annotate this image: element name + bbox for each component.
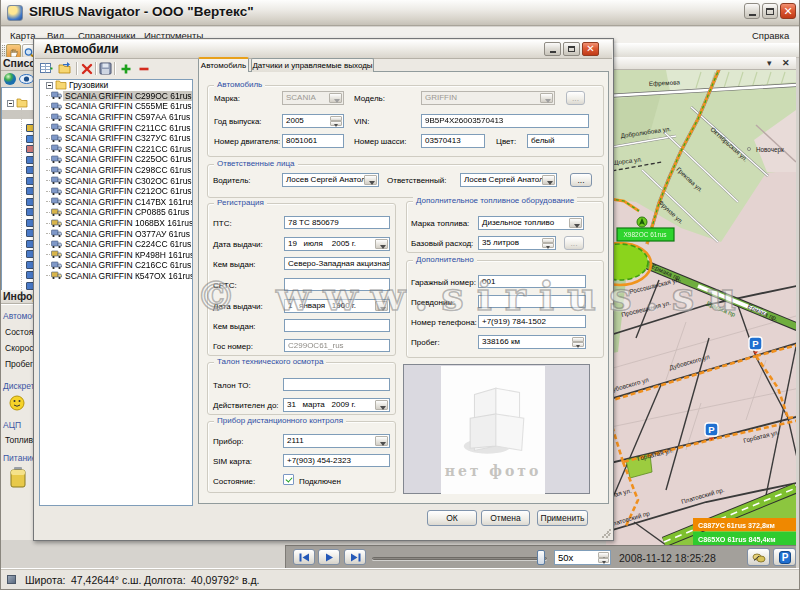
valid-until-combo[interactable]: 31 марта 2009 г. <box>283 398 390 412</box>
vin-field[interactable]: 9B5P4X26003570413 <box>421 114 589 128</box>
garage-field[interactable]: 001 <box>478 275 586 288</box>
dialog-close-button[interactable]: ✕ <box>582 42 599 56</box>
tree-item-vehicle[interactable]: SCANIA GRIFFIN С302ОС 61rus <box>40 175 192 186</box>
issue-date-combo[interactable]: 19 июля 2005 г. <box>284 237 390 251</box>
chevron-down-icon[interactable] <box>375 400 388 410</box>
sidebar-tree-root[interactable] <box>4 98 30 108</box>
tree-item-vehicle[interactable]: SCANIA GRIFFIN 1068ВХ 161rus <box>40 218 192 229</box>
plus-icon[interactable] <box>118 61 133 76</box>
fuel-combo[interactable]: Дизельное топливо <box>478 216 584 230</box>
device-combo[interactable]: 2111 <box>283 434 390 448</box>
tree-item-vehicle[interactable]: SCANIA GRIFFIN КР498Н 161rus <box>40 250 192 261</box>
sim-field[interactable]: +7(903) 454-2323 <box>283 454 390 467</box>
connected-checkbox[interactable] <box>283 474 294 485</box>
responsible-combo[interactable]: Лосев Сергей Анатоль <box>460 173 557 187</box>
issue-date2-combo[interactable]: 1 января 1900 г. <box>284 299 390 313</box>
tree-item-vehicle[interactable]: SCANIA GRIFFIN К547ОХ 161rus <box>40 271 192 282</box>
apply-button[interactable]: Применить <box>537 510 588 526</box>
spinner-arrows[interactable] <box>330 116 342 126</box>
collapse-box-icon[interactable] <box>46 82 53 89</box>
tree-item-vehicle[interactable]: SCANIA GRIFFIN С225ОС 61rus <box>40 154 192 165</box>
color-field[interactable]: белый <box>527 134 589 148</box>
close-icon[interactable]: ✕ <box>782 58 790 69</box>
skip-back-button[interactable] <box>293 549 315 565</box>
consumption-ellipsis-button[interactable]: ... <box>564 236 584 250</box>
tree-item-vehicle[interactable]: SCANIA GRIFFIN С555МЕ 61rus <box>40 101 192 112</box>
year-spinner[interactable]: 2005 <box>282 114 344 128</box>
chevron-down-icon[interactable] <box>542 175 555 185</box>
chassis-field[interactable]: 03570413 <box>421 134 485 148</box>
close-button[interactable]: ✕ <box>780 3 796 19</box>
speed-spinner[interactable] <box>598 552 609 563</box>
skip-forward-button[interactable] <box>344 549 366 565</box>
playback-speed-field[interactable]: 50x <box>554 550 611 565</box>
timeline-slider-track[interactable] <box>372 557 547 560</box>
menu-map[interactable]: Карта <box>10 30 35 41</box>
minus-icon[interactable] <box>136 61 151 76</box>
chevron-down-icon[interactable]: ▾ <box>767 58 772 69</box>
dialog-minimize-button[interactable] <box>544 42 561 56</box>
tab-sensors[interactable]: Датчики и управляемые выходы <box>251 58 374 72</box>
report-button[interactable] <box>747 548 770 566</box>
vehicle-map-label[interactable]: Х982ОС 61rus <box>617 228 674 241</box>
model-ellipsis-button[interactable]: ... <box>566 91 585 105</box>
tree-item-vehicle[interactable]: SCANIA GRIFFIN О377АУ 61rus <box>40 228 192 239</box>
chevron-down-icon[interactable] <box>375 239 388 249</box>
tree-item-vehicle[interactable]: SCANIA GRIFFIN С327УС 61rus <box>40 133 192 144</box>
pts-field[interactable]: 78 ТС 850679 <box>284 216 390 229</box>
ok-button[interactable]: ОК <box>427 510 477 526</box>
brand-combo[interactable]: SCANIA <box>282 91 344 105</box>
add-table-icon[interactable] <box>39 61 54 76</box>
chevron-down-icon[interactable] <box>540 93 553 103</box>
sidebar-list-caption[interactable]: Список <box>1 57 36 71</box>
delete-icon[interactable] <box>79 61 94 76</box>
menu-help[interactable]: Справка <box>752 30 789 41</box>
chevron-down-icon[interactable] <box>375 436 388 446</box>
eye-icon[interactable] <box>19 72 34 86</box>
collapse-box-icon[interactable] <box>7 100 14 107</box>
issuer-field[interactable]: Северо-Западная акцизная т <box>284 257 390 270</box>
tree-item-vehicle[interactable]: SCANIA GRIFFIN С147ВХ 161rus <box>40 197 192 208</box>
mileage-spinner[interactable]: 338166 км <box>478 335 586 349</box>
issuer2-field[interactable] <box>284 319 390 332</box>
minimize-button[interactable] <box>744 3 760 19</box>
chevron-down-icon[interactable] <box>375 301 388 311</box>
tree-item-vehicle[interactable]: SCANIA GRIFFIN СР0885 61rus <box>40 207 192 218</box>
globe-icon[interactable] <box>3 72 17 86</box>
tree-item-vehicle[interactable]: SCANIA GRIFFIN С224СС 61rus <box>40 239 192 250</box>
dialog-maximize-button[interactable] <box>563 42 580 56</box>
maximize-button[interactable] <box>762 3 778 19</box>
plate-field[interactable]: С299ОС61_rus <box>284 339 390 352</box>
resize-grip[interactable] <box>601 528 611 538</box>
sidebar-info-caption[interactable]: Информация <box>1 290 36 304</box>
tree-item-vehicle[interactable]: SCANIA GRIFFIN С597АА 61rus <box>40 112 192 123</box>
dialog-titlebar[interactable]: Автомобили ✕ <box>35 40 612 59</box>
spinner-arrows[interactable] <box>572 337 584 347</box>
sidebar-selected-row[interactable] <box>2 110 36 119</box>
consumption-spinner[interactable]: 35 литров <box>478 236 556 250</box>
tab-vehicle[interactable]: Автомобиль <box>198 57 249 72</box>
responsible-ellipsis-button[interactable]: ... <box>570 173 592 187</box>
cancel-button[interactable]: Отмена <box>481 510 530 526</box>
save-icon[interactable] <box>98 61 113 76</box>
spinner-arrows[interactable] <box>542 238 554 248</box>
parking-toggle-button[interactable]: P <box>773 548 796 566</box>
ticket-field[interactable] <box>283 378 390 391</box>
tree-item-vehicle[interactable]: SCANIA GRIFFIN С216СС 61rus <box>40 260 192 271</box>
driver-combo[interactable]: Лосев Сергей Анатоль <box>282 173 379 187</box>
chevron-down-icon[interactable] <box>364 175 377 185</box>
pan-tool-button[interactable] <box>6 44 21 58</box>
engine-field[interactable]: 8051061 <box>282 134 344 148</box>
phone-field[interactable]: +7(919) 784-1502 <box>478 315 586 328</box>
vehicle-tree[interactable]: Грузовики SCANIA GRIFFIN С299ОС 61rus SC… <box>39 79 193 506</box>
window-titlebar[interactable]: SIRIUS Navigator - ООО "Вертекс" ✕ <box>1 0 799 26</box>
map[interactable]: Ермака пр ЕфремоваДобролюбова ул.Щорса у… <box>606 70 796 545</box>
srts-field[interactable] <box>284 278 390 291</box>
tree-item-vehicle[interactable]: SCANIA GRIFFIN С211СС 61rus <box>40 122 192 133</box>
chevron-down-icon[interactable] <box>569 218 582 228</box>
chevron-down-icon[interactable] <box>329 93 342 103</box>
tree-item-vehicle[interactable]: SCANIA GRIFFIN С298СС 61rus <box>40 165 192 176</box>
tree-root-row[interactable]: Грузовики <box>40 80 192 91</box>
tree-item-vehicle[interactable]: SCANIA GRIFFIN С221СС 61rus <box>40 144 192 155</box>
tree-item-vehicle[interactable]: SCANIA GRIFFIN С299ОС 61rus <box>40 91 192 102</box>
